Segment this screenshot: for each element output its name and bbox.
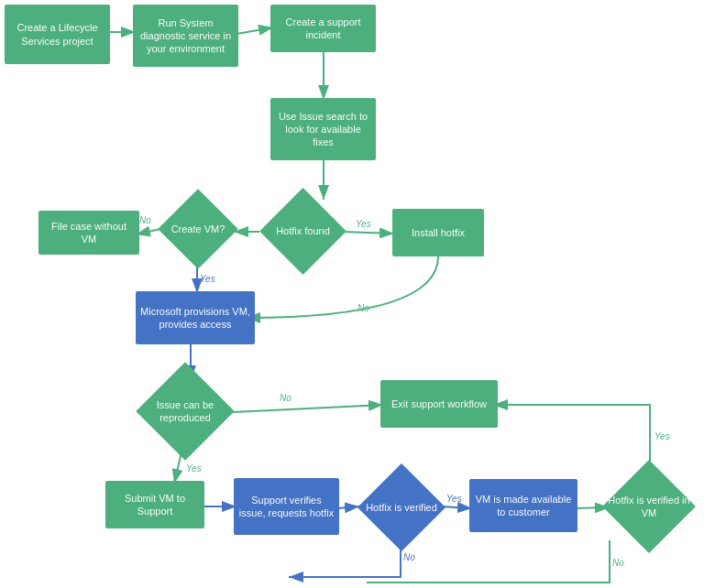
svg-text:No: No <box>280 393 292 403</box>
create-lcs-node: Create a Lifecycle Services project <box>5 5 110 64</box>
svg-line-4 <box>236 27 273 34</box>
vm-available-node: VM is made available to customer <box>469 479 578 532</box>
issue-reproduced-node: Issue can be reproduced <box>136 376 235 447</box>
create-vm-node: Create VM? <box>158 197 238 261</box>
hotfix-verified-vm-node: Hotfix is verified in VM <box>605 469 693 544</box>
svg-text:Yes: Yes <box>356 219 371 229</box>
install-hotfix-node: Install hotfix <box>392 209 484 256</box>
flowchart: Yes No Yes No No Yes Yes Yes <box>0 0 704 588</box>
svg-line-16 <box>232 405 383 412</box>
submit-vm-node: Submit VM to Support <box>105 481 204 528</box>
create-support-node: Create a support incident <box>270 5 376 52</box>
svg-text:Yes: Yes <box>446 494 462 504</box>
svg-line-21 <box>337 506 359 508</box>
run-diagnostic-node: Run System diagnostic service in your en… <box>133 5 238 67</box>
svg-line-7 <box>342 232 394 234</box>
file-case-node: File case without VM <box>38 211 139 255</box>
svg-text:No: No <box>358 303 369 313</box>
svg-text:No: No <box>612 558 624 568</box>
svg-text:Yes: Yes <box>186 463 202 474</box>
use-issue-search-node: Use Issue search to look for available f… <box>270 98 376 160</box>
svg-line-22 <box>442 506 472 508</box>
hotfix-found-node: Hotfix found <box>259 197 346 266</box>
svg-text:No: No <box>139 215 151 225</box>
support-verifies-node: Support verifies issue, requests hotfix <box>234 478 339 535</box>
hotfix-verified-node: Hotfix is verified <box>358 472 446 543</box>
svg-text:Yes: Yes <box>654 431 670 441</box>
svg-line-10 <box>136 229 160 234</box>
svg-text:Yes: Yes <box>200 274 215 284</box>
ms-provisions-node: Microsoft provisions VM, provides access <box>136 291 255 344</box>
exit-support-node: Exit support workflow <box>380 380 498 428</box>
svg-text:No: No <box>403 552 415 562</box>
